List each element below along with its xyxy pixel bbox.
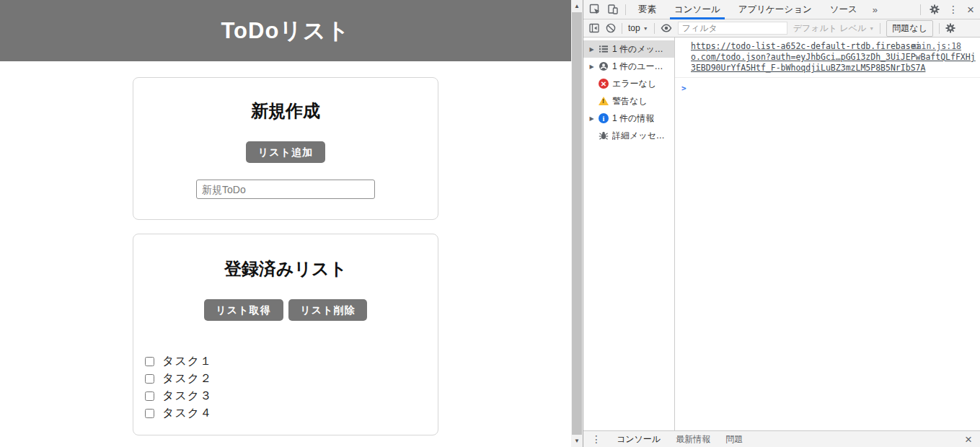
expand-triangle-icon[interactable]: ▶ xyxy=(588,63,595,70)
devtools-tabbar: 要素 コンソール アプリケーション ソース » ⋮ × xyxy=(583,0,980,19)
tab-console[interactable]: コンソール xyxy=(668,0,726,19)
task-label: タスク３ xyxy=(162,389,212,404)
drawer-close-icon[interactable]: × xyxy=(965,433,972,446)
list-icon xyxy=(599,44,609,54)
console-settings-gear-icon[interactable] xyxy=(945,23,955,33)
get-list-button[interactable]: リスト取得 xyxy=(204,299,283,321)
task-row: タスク４ xyxy=(145,404,438,422)
todo-app: ToDoリスト 新規作成 リスト追加 登録済みリスト リスト取得 リスト削除 タ… xyxy=(0,0,571,447)
task-row: タスク１ xyxy=(145,353,438,370)
drawer-tab-whats-new[interactable]: 最新情報 xyxy=(676,433,710,446)
list-card-heading: 登録済みリスト xyxy=(133,257,438,280)
tab-application[interactable]: アプリケーション xyxy=(733,0,818,19)
page-title: ToDoリスト xyxy=(221,16,350,46)
divider xyxy=(880,23,880,34)
tab-sources[interactable]: ソース xyxy=(824,0,863,19)
logged-url-line[interactable]: https://todo-list-a652c-default-rtdb.fir… xyxy=(691,41,911,52)
settings-gear-icon[interactable] xyxy=(930,4,940,14)
console-log-area: https://todo-list-a652c-default-rtdb.fir… xyxy=(675,37,980,430)
scrollbar-up-arrow[interactable]: ▲ xyxy=(571,0,583,12)
drawer-menu-icon[interactable]: ⋮ xyxy=(591,434,601,444)
divider xyxy=(920,4,921,15)
drawer-tab-console[interactable]: コンソール xyxy=(617,433,661,446)
bug-icon xyxy=(599,130,609,141)
task-row: タスク３ xyxy=(145,387,438,404)
app-header: ToDoリスト xyxy=(0,0,571,61)
task-checkbox[interactable] xyxy=(145,374,154,384)
console-prompt-row[interactable]: > xyxy=(675,78,980,93)
devtools-panel: 要素 コンソール アプリケーション ソース » ⋮ × top ▼ xyxy=(583,0,980,447)
list-card-buttons: リスト取得 リスト削除 xyxy=(133,299,438,321)
delete-list-button[interactable]: リスト削除 xyxy=(288,299,368,321)
sidebar-item-messages[interactable]: ▶ 1 件のメッ… xyxy=(583,40,674,58)
task-checkbox[interactable] xyxy=(145,357,154,366)
add-list-button[interactable]: リスト追加 xyxy=(246,141,325,163)
drawer-tab-issues[interactable]: 問題 xyxy=(725,433,743,446)
devtools-menu-icon[interactable]: ⋮ xyxy=(948,4,958,14)
sidebar-item-label: エラーなし xyxy=(612,78,656,90)
divider xyxy=(625,4,626,15)
registered-list-card: 登録済みリスト リスト取得 リスト削除 タスク１ タスク２ タスク３ タスク４ xyxy=(133,234,438,435)
sidebar-item-label: 警告なし xyxy=(612,95,648,107)
task-checkbox[interactable] xyxy=(145,391,154,401)
sidebar-item-label: 1 件のユー… xyxy=(612,61,663,73)
expand-triangle-icon[interactable]: ▶ xyxy=(588,115,595,122)
chevron-down-icon: ▼ xyxy=(869,26,874,31)
new-todo-input[interactable] xyxy=(196,180,375,199)
console-toolbar: top ▼ デフォルト レベル ▼ 問題なし xyxy=(583,19,980,37)
inspect-element-icon[interactable] xyxy=(589,4,601,15)
sidebar-item-no-warnings[interactable]: 警告なし xyxy=(583,92,674,110)
task-label: タスク１ xyxy=(162,354,212,369)
source-location-link[interactable]: main.js:18 xyxy=(911,41,961,52)
logged-url-line[interactable]: o.com/todo.json?auth=eyJhbGci…pGG13zDh_3… xyxy=(691,52,911,63)
live-expression-eye-icon[interactable] xyxy=(661,22,672,34)
divider xyxy=(939,23,940,34)
warning-icon xyxy=(599,97,609,105)
issues-counter[interactable]: 問題なし xyxy=(886,20,933,37)
log-levels-label: デフォルト レベル xyxy=(793,22,867,35)
more-tabs-chevron[interactable]: » xyxy=(870,0,880,19)
create-card: 新規作成 リスト追加 xyxy=(133,77,438,220)
prompt-chevron-icon: > xyxy=(681,84,687,93)
task-checkbox[interactable] xyxy=(145,409,154,418)
sidebar-item-label: 1 件の情報 xyxy=(612,112,654,125)
sidebar-item-label: 詳細メッセ… xyxy=(612,130,665,142)
error-icon: ✕ xyxy=(599,79,609,89)
create-card-heading: 新規作成 xyxy=(133,99,438,123)
scrollbar-thumb[interactable] xyxy=(572,12,582,435)
console-log-entry: https://todo-list-a652c-default-rtdb.fir… xyxy=(675,37,980,78)
scrollbar-down-arrow[interactable]: ▼ xyxy=(571,435,583,447)
devtools-close-icon[interactable]: × xyxy=(967,4,974,16)
page-scrollbar[interactable]: ▲ ▼ xyxy=(571,0,583,447)
device-toolbar-icon[interactable] xyxy=(607,4,619,15)
user-icon xyxy=(599,61,609,71)
sidebar-item-user-messages[interactable]: ▶ 1 件のユー… xyxy=(583,58,674,75)
console-body: ▶ 1 件のメッ… ▶ 1 件のユー… ✕ エラーなし xyxy=(583,37,980,430)
task-list: タスク１ タスク２ タスク３ タスク４ xyxy=(133,353,438,422)
context-selector[interactable]: top ▼ xyxy=(628,23,648,33)
drawer-tabbar: ⋮ コンソール 最新情報 問題 × xyxy=(583,430,980,447)
info-icon: i xyxy=(599,113,609,123)
logged-url-line[interactable]: 3EBD90UrYfA5Htf_F-bWhoqdjiLuBZ3mzLM5P8B5… xyxy=(691,63,911,74)
expand-triangle-icon[interactable]: ▶ xyxy=(588,46,595,53)
tab-elements[interactable]: 要素 xyxy=(632,0,662,19)
sidebar-item-label: 1 件のメッ… xyxy=(612,43,663,56)
sidebar-item-info[interactable]: ▶ i 1 件の情報 xyxy=(583,110,674,127)
sidebar-item-no-errors[interactable]: ✕ エラーなし xyxy=(583,75,674,92)
task-row: タスク２ xyxy=(145,370,438,387)
task-label: タスク４ xyxy=(162,406,212,421)
log-levels-dropdown[interactable]: デフォルト レベル ▼ xyxy=(793,22,875,35)
task-label: タスク２ xyxy=(162,371,212,386)
sidebar-item-verbose[interactable]: 詳細メッセ… xyxy=(583,127,674,144)
chevron-down-icon: ▼ xyxy=(643,26,648,31)
console-filter-input[interactable] xyxy=(678,22,787,35)
divider xyxy=(654,23,655,34)
clear-console-icon[interactable] xyxy=(606,23,616,33)
context-selector-value: top xyxy=(628,23,640,33)
console-sidebar-toggle-icon[interactable] xyxy=(588,22,600,34)
console-sidebar: ▶ 1 件のメッ… ▶ 1 件のユー… ✕ エラーなし xyxy=(583,37,675,430)
divider xyxy=(622,23,622,34)
